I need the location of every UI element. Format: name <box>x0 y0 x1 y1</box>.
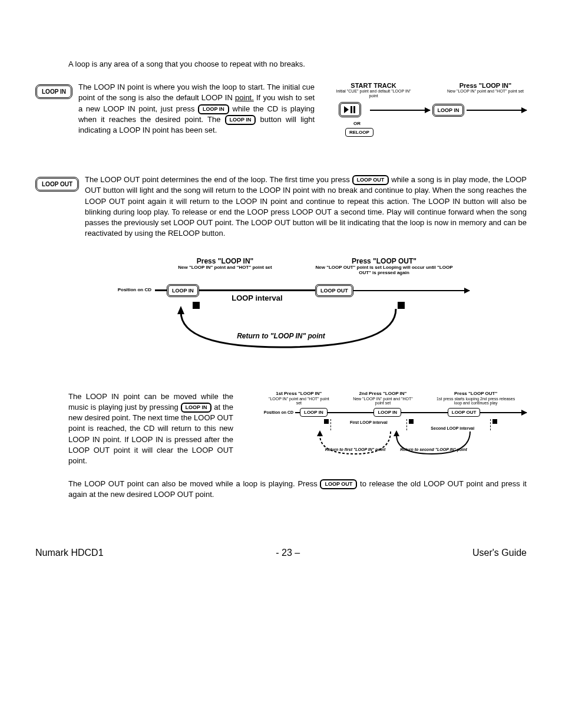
loop-interval-label: LOOP interval <box>199 294 315 302</box>
second-interval: Second LOOP interval <box>431 426 474 430</box>
svg-rect-2 <box>353 106 355 113</box>
return2: Return to second "LOOP IN" point <box>400 447 467 452</box>
loop-in-button: LOOP IN <box>35 84 72 99</box>
loop-out-box: LOOP OUT <box>315 284 353 297</box>
loop-in-box: LOOP IN <box>432 104 465 117</box>
d3-c3-title: Press "LOOP OUT" <box>435 391 517 397</box>
diagram-two-loop-in: 1st Press "LOOP IN" "LOOP IN" point and … <box>257 391 527 463</box>
svg-text:Return to second "LOOP IN" poi: Return to second "LOOP IN" point <box>400 447 467 452</box>
svg-text:Return to "LOOP IN" point: Return to "LOOP IN" point <box>237 332 326 340</box>
footer-left: Numark HDCD1 <box>35 548 104 558</box>
move-loop-in-paragraph: The LOOP IN point can be moved while the… <box>68 391 233 466</box>
move-loop-out-paragraph: The LOOP OUT point can also be moved whi… <box>68 479 527 500</box>
loop-out-icon: LOOP OUT <box>352 175 389 185</box>
svg-marker-7 <box>394 430 399 436</box>
return1: Return to first "LOOP IN" point <box>325 447 386 452</box>
d3-c1-title: 1st Press "LOOP IN" <box>266 391 331 397</box>
diag1-right-sub: New "LOOP IN" point and "HOT" point set <box>444 89 527 94</box>
loop-in-paragraph: The LOOP IN point is where you wish the … <box>78 82 315 136</box>
d3-c2-sub: New "LOOP IN" point and "HOT" point set <box>351 397 415 406</box>
d3-c1-sub: "LOOP IN" point and "HOT" point set <box>266 397 331 406</box>
reloop-box: RELOOP <box>345 128 373 137</box>
underlined-text: point. <box>235 93 254 102</box>
loop-in-box: LOOP IN <box>300 408 328 417</box>
diagram-loop-interval: Press "LOOP IN" New "LOOP IN" point and … <box>92 257 470 359</box>
loop-out-box: LOOP OUT <box>448 408 481 417</box>
position-label: Position on CD <box>92 288 155 293</box>
loop-in-icon: LOOP IN <box>198 104 229 114</box>
intro-text: A loop is any area of a song that you ch… <box>68 59 527 70</box>
svg-marker-5 <box>317 430 323 436</box>
d2-left-title: Press "LOOP IN" <box>166 257 284 265</box>
svg-text:Return to first "LOOP IN" poin: Return to first "LOOP IN" point <box>325 447 386 452</box>
text: The LOOP OUT point determines the end of… <box>85 175 352 184</box>
loop-in-box: LOOP IN <box>167 284 199 297</box>
loop-in-icon: LOOP IN <box>181 403 212 413</box>
diag1-right-title: Press "LOOP IN" <box>444 82 527 89</box>
svg-marker-0 <box>344 106 349 113</box>
loop-out-icon: LOOP OUT <box>320 479 357 489</box>
text: while a song is in play mode, the LOOP O… <box>85 175 527 238</box>
loop-out-button: LOOP OUT <box>35 177 79 192</box>
d3-c2-title: 2nd Press "LOOP IN" <box>351 391 415 397</box>
position-label: Position on CD <box>257 410 295 415</box>
return-label: Return to "LOOP IN" point <box>237 332 326 340</box>
first-interval: First LOOP interval <box>350 420 388 424</box>
footer-center: - 23 – <box>276 548 300 558</box>
play-pause-icon <box>339 102 361 117</box>
or-label: OR <box>353 121 527 127</box>
diag1-left-sub: Initial "CUE" point and default "LOOP IN… <box>332 89 415 98</box>
d2-right-title: Press "LOOP OUT" <box>313 257 455 265</box>
d2-left-sub: New "LOOP IN" point and "HOT" point set <box>166 265 284 271</box>
loop-in-icon: LOOP IN <box>225 115 256 125</box>
svg-rect-1 <box>351 106 352 113</box>
diag1-left-title: START TRACK <box>332 82 415 89</box>
loop-out-paragraph: The LOOP OUT point determines the end of… <box>85 174 527 239</box>
footer-right: User's Guide <box>472 548 527 558</box>
text: The LOOP OUT point can also be moved whi… <box>68 479 320 488</box>
loop-in-box: LOOP IN <box>373 408 401 417</box>
d3-c3-sub: 1st press starts looping 2nd press relea… <box>435 397 517 406</box>
d2-right-sub: New "LOOP OUT" point is set Looping will… <box>313 265 455 276</box>
diagram-start-track: START TRACK Initial "CUE" point and defa… <box>332 82 527 137</box>
